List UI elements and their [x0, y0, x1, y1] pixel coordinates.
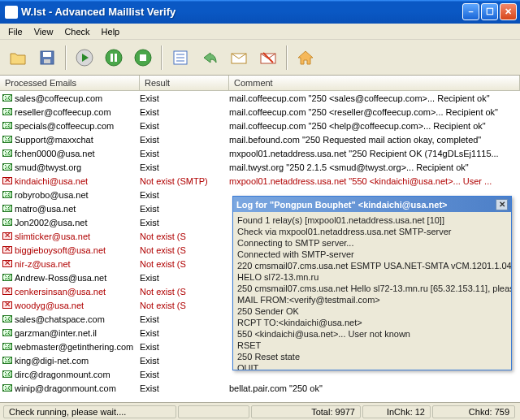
- remove-button[interactable]: [255, 45, 281, 71]
- statusbar: Check running, please wait.... Total: 99…: [0, 402, 520, 420]
- log-popup: Log for "Pongpun Bouphet" <kindaichi@usa…: [232, 196, 512, 370]
- svg-point-4: [106, 50, 122, 66]
- row-email: woodyg@usa.net: [15, 301, 140, 310]
- menu-help[interactable]: Help: [97, 25, 125, 38]
- row-email: reseller@coffeecup.com: [15, 107, 140, 117]
- row-result: Exist: [140, 273, 229, 283]
- row-result: Exist: [140, 383, 229, 393]
- titlebar: W.lst - Advanced Maillist Verify – ☐ ✕: [0, 0, 520, 24]
- table-row[interactable]: smud@twyst.orgExistmail.twyst.org "250 2…: [0, 160, 520, 174]
- envelope-ok-icon: [2, 219, 12, 226]
- row-comment: mxpool01.netaddress.usa.net "250 Recipie…: [229, 149, 520, 158]
- mail-button[interactable]: [226, 45, 252, 71]
- svg-rect-5: [110, 54, 113, 62]
- open-button[interactable]: [5, 45, 31, 71]
- log-line: HELO sl72-13.mn.ru: [237, 271, 507, 283]
- log-line: RCPT TO:<kindaichi@usa.net>: [237, 317, 507, 328]
- row-comment: mail.coffeecup.com "250 <sales@coffeecup…: [229, 93, 520, 103]
- row-comment: mail.twyst.org "250 2.1.5 <smud@twyst.or…: [229, 162, 520, 172]
- row-result: Exist: [140, 204, 229, 214]
- play-button[interactable]: [72, 45, 98, 71]
- table-row[interactable]: fchen0000@usa.netExistmxpool01.netaddres…: [0, 146, 520, 160]
- row-comment: mxpool01.netaddress.usa.net "550 <kindai…: [229, 176, 520, 186]
- menu-file[interactable]: File: [3, 25, 28, 38]
- maximize-button[interactable]: ☐: [481, 3, 498, 20]
- svg-rect-2: [44, 59, 50, 63]
- row-result: Exist: [140, 356, 229, 366]
- row-email: smud@twyst.org: [15, 162, 140, 172]
- row-comment: mail.coffeecup.com "250 <help@coffeecup.…: [229, 121, 520, 131]
- row-email: Support@maxxchat: [15, 135, 140, 145]
- log-button[interactable]: [167, 45, 193, 71]
- log-line: Found 1 relay(s) [mxpool01.netaddress.us…: [237, 214, 507, 226]
- envelope-bad-icon: [2, 177, 12, 184]
- table-row[interactable]: sales@coffeecup.comExistmail.coffeecup.c…: [0, 91, 520, 105]
- log-popup-body: Found 1 relay(s) [mxpool01.netaddress.us…: [233, 212, 511, 370]
- row-email: robyrobo@usa.net: [15, 190, 140, 200]
- log-line: 250 cmsmail07.cms.usa.net Hello sl72-13.…: [237, 283, 507, 294]
- envelope-ok-icon: [2, 370, 12, 378]
- row-result: Not exist (S: [140, 259, 229, 269]
- log-popup-title: Log for "Pongpun Bouphet" <kindaichi@usa…: [236, 200, 496, 210]
- save-button[interactable]: [34, 45, 60, 71]
- log-popup-close-button[interactable]: ✕: [496, 199, 508, 210]
- menubar: File View Check Help: [0, 24, 520, 40]
- row-result: Not exist (SMTP): [140, 176, 229, 186]
- home-button[interactable]: [292, 45, 318, 71]
- row-result: Not exist (S: [140, 287, 229, 297]
- table-row[interactable]: specials@coffeecup.comExistmail.coffeecu…: [0, 119, 520, 132]
- menu-check[interactable]: Check: [59, 25, 94, 38]
- table-row[interactable]: reseller@coffeecup.comExistmail.coffeecu…: [0, 105, 520, 119]
- row-email: fchen0000@usa.net: [15, 149, 140, 158]
- svg-rect-8: [140, 54, 146, 61]
- row-result: Not exist (S: [140, 232, 229, 241]
- log-line: RSET: [237, 340, 507, 351]
- header-comment[interactable]: Comment: [229, 76, 520, 90]
- status-total: Total: 9977: [251, 405, 361, 418]
- envelope-ok-icon: [2, 163, 12, 171]
- reply-button[interactable]: [197, 45, 223, 71]
- menu-view[interactable]: View: [29, 25, 58, 38]
- envelope-bad-icon: [2, 246, 12, 253]
- row-result: Exist: [140, 328, 229, 338]
- row-result: Exist: [140, 218, 229, 227]
- envelope-ok-icon: [2, 205, 12, 212]
- row-email: kindaichi@usa.net: [15, 176, 140, 186]
- table-row[interactable]: Support@maxxchatExistmail.befound.com "2…: [0, 132, 520, 146]
- envelope-ok-icon: [2, 357, 12, 364]
- pause-button[interactable]: [101, 45, 127, 71]
- row-result: Exist: [140, 370, 229, 379]
- row-result: Exist: [140, 342, 229, 352]
- envelope-bad-icon: [2, 288, 12, 295]
- status-message: Check running, please wait....: [3, 405, 176, 418]
- envelope-ok-icon: [2, 108, 12, 115]
- close-button[interactable]: ✕: [500, 3, 517, 20]
- log-line: Check via mxpool01.netaddress.usa.net SM…: [237, 226, 507, 237]
- row-email: webmaster@getinthering.com: [15, 342, 140, 352]
- row-email: Andrew-Ross@usa.net: [15, 273, 140, 283]
- row-result: Not exist (S: [140, 245, 229, 255]
- stop-button[interactable]: [130, 45, 156, 71]
- log-popup-titlebar[interactable]: Log for "Pongpun Bouphet" <kindaichi@usa…: [233, 197, 511, 212]
- row-result: Exist: [140, 93, 229, 103]
- row-comment: mail.befound.com "250 Requested mail act…: [229, 135, 520, 145]
- row-result: Exist: [140, 190, 229, 200]
- header-result[interactable]: Result: [140, 76, 229, 90]
- envelope-bad-icon: [2, 301, 12, 309]
- envelope-ok-icon: [2, 122, 12, 129]
- envelope-ok-icon: [2, 94, 12, 102]
- log-line: 220 cmsmail07.cms.usa.net ESMTP USA.NET-…: [237, 260, 507, 271]
- log-line: 250 Sender OK: [237, 305, 507, 317]
- header-email[interactable]: Processed Emails: [0, 76, 140, 90]
- status-progress: [178, 405, 249, 418]
- minimize-button[interactable]: –: [462, 3, 479, 20]
- svg-rect-6: [115, 54, 117, 62]
- envelope-ok-icon: [2, 315, 12, 323]
- log-line: Connected with SMTP-server: [237, 249, 507, 260]
- row-email: king@digi-net.com: [15, 356, 140, 366]
- envelope-ok-icon: [2, 384, 12, 392]
- table-row[interactable]: winip@dragonmount.comExistbellat.pair.co…: [0, 381, 520, 395]
- envelope-ok-icon: [2, 136, 12, 143]
- row-result: Exist: [140, 135, 229, 145]
- table-row[interactable]: kindaichi@usa.netNot exist (SMTP)mxpool0…: [0, 174, 520, 188]
